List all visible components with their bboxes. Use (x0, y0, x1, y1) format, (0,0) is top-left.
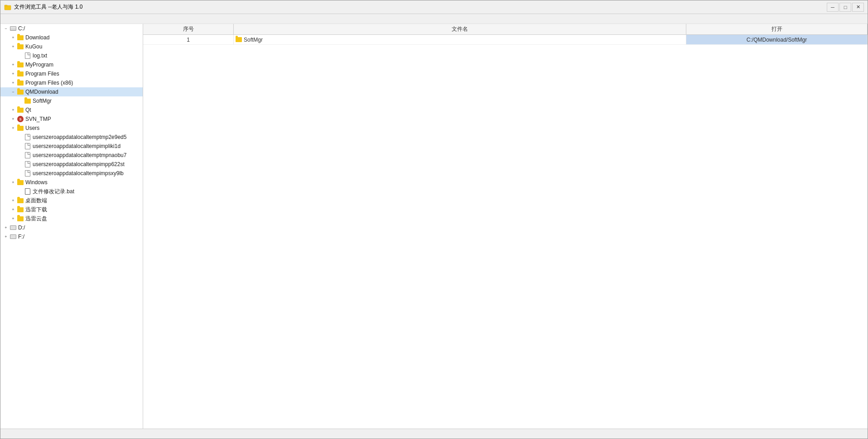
tree-item-desktop[interactable]: + 桌面数端 (0, 196, 143, 205)
label-xunlei-cloud: 迅雷云盘 (25, 215, 47, 223)
file-user4-icon (24, 161, 31, 167)
toggle-programfiles[interactable]: + (10, 70, 17, 77)
tree-item-userfile5[interactable]: userszeroappdatalocaltempimpsxy9lb (0, 169, 143, 178)
label-programfilesx86: Program Files (x86) (25, 80, 73, 86)
tree-item-download[interactable]: + Download (0, 33, 143, 42)
toggle-xunlei-cloud[interactable]: + (10, 215, 17, 222)
tree-item-softmgr[interactable]: SoftMgr (0, 96, 143, 105)
toggle-userfile1 (17, 134, 24, 141)
label-d-drive: D:/ (18, 224, 25, 231)
tree-item-xunlei-down[interactable]: + 迅雷下载 (0, 205, 143, 214)
header-open: 打开 (686, 24, 868, 34)
label-qmdownload: QMDownload (25, 89, 58, 95)
tree-item-qt[interactable]: + Qt (0, 105, 143, 115)
toggle-myprogram[interactable]: + (10, 61, 17, 68)
app-icon (4, 4, 11, 11)
label-userfile4: userszeroappdatalocaltempimpp622st (33, 161, 125, 167)
toggle-d-drive[interactable]: + (2, 224, 10, 231)
svn-icon: S (17, 116, 24, 122)
tree-item-batfile[interactable]: 文件修改记录.bat (0, 187, 143, 196)
label-kugou: KuGou (25, 43, 42, 50)
tree-item-f-drive[interactable]: + F:/ (0, 232, 143, 241)
header-name: 文件名 (234, 24, 686, 34)
tree-item-users[interactable]: + Users (0, 124, 143, 133)
label-programfiles: Program Files (25, 71, 59, 77)
label-svntmp: SVN_TMP (25, 116, 51, 122)
label-userfile2: userszeroappdatalocaltempimpliki1d (33, 143, 121, 149)
drive-d-icon (10, 224, 17, 231)
main-window: 文件浏览工具 --老人与海 1.0 ─ □ ✕ − C:/ + (0, 0, 868, 439)
folder-xunlei-down-icon (17, 206, 24, 213)
folder-myprogram-icon (17, 62, 24, 68)
drive-c-icon (10, 25, 17, 32)
drive-f-icon (10, 234, 17, 240)
toggle-userfile5 (17, 170, 24, 177)
label-userfile5: userszeroappdatalocaltempimpsxy9lb (33, 170, 124, 177)
window-title: 文件浏览工具 --老人与海 1.0 (14, 3, 82, 11)
status-bar (0, 429, 868, 439)
tree-item-userfile4[interactable]: userszeroappdatalocaltempimpp622st (0, 160, 143, 169)
toggle-windows[interactable]: + (10, 179, 17, 186)
toggle-userfile4 (17, 161, 24, 168)
toggle-download[interactable]: + (10, 34, 17, 41)
title-bar: 文件浏览工具 --老人与海 1.0 ─ □ ✕ (0, 0, 868, 14)
toggle-desktop[interactable]: + (10, 197, 17, 204)
table-header: 序号 文件名 打开 (143, 24, 868, 35)
label-download: Download (25, 34, 49, 41)
cell-open-1[interactable]: C:/QMDownload/SoftMgr (686, 35, 868, 44)
folder-windows-icon (17, 179, 24, 186)
tree-item-svntmp[interactable]: + S SVN_TMP (0, 115, 143, 124)
label-qt: Qt (25, 107, 31, 113)
toggle-users[interactable]: + (10, 124, 17, 132)
tree-item-userfile1[interactable]: userszeroappdatalocaltemptmp2e9ed5 (0, 133, 143, 142)
toggle-userfile3 (17, 152, 24, 159)
toggle-f-drive[interactable]: + (2, 233, 10, 240)
tree-item-userfile3[interactable]: userszeroappdatalocaltemptmpnaobu7 (0, 151, 143, 160)
label-batfile: 文件修改记录.bat (33, 188, 74, 196)
label-desktop: 桌面数端 (25, 197, 47, 205)
toggle-logtxt (17, 52, 24, 59)
folder-download-icon (17, 34, 24, 41)
row-folder-icon (236, 37, 242, 42)
bat-file-icon (24, 188, 31, 195)
title-bar-left: 文件浏览工具 --老人与海 1.0 (4, 3, 82, 11)
tree-item-qmdownload[interactable]: − QMDownload (0, 87, 143, 96)
toggle-c-drive[interactable]: − (2, 25, 10, 32)
main-content: − C:/ + Download + (0, 24, 868, 429)
folder-qt-icon (17, 107, 24, 113)
table-body: 1 SoftMgr C:/QMDownload/SoftMgr (143, 35, 868, 429)
minimize-button[interactable]: ─ (827, 3, 839, 12)
tree-item-userfile2[interactable]: userszeroappdatalocaltempimpliki1d (0, 142, 143, 151)
file-user3-icon (24, 152, 31, 158)
label-logtxt: log.txt (33, 52, 47, 59)
toggle-programfilesx86[interactable]: + (10, 79, 17, 86)
tree-item-xunlei-cloud[interactable]: + 迅雷云盘 (0, 214, 143, 223)
tree-item-programfilesx86[interactable]: + Program Files (x86) (0, 78, 143, 87)
tree-item-d-drive[interactable]: + D:/ (0, 223, 143, 232)
tree-item-windows[interactable]: + Windows (0, 178, 143, 187)
toggle-xunlei-down[interactable]: + (10, 206, 17, 213)
toggle-svntmp[interactable]: + (10, 115, 17, 123)
tree-item-programfiles[interactable]: + Program Files (0, 69, 143, 78)
label-userfile1: userszeroappdatalocaltemptmp2e9ed5 (33, 134, 126, 140)
label-userfile3: userszeroappdatalocaltemptmpnaobu7 (33, 152, 126, 158)
file-user1-icon (24, 134, 31, 140)
label-myprogram: MyProgram (25, 62, 53, 68)
tree-item-c-drive[interactable]: − C:/ (0, 24, 143, 33)
toggle-kugou[interactable]: + (10, 43, 17, 50)
label-windows: Windows (25, 179, 48, 186)
close-button[interactable]: ✕ (852, 3, 864, 12)
toggle-qt[interactable]: + (10, 106, 17, 114)
tree-item-myprogram[interactable]: + MyProgram (0, 60, 143, 69)
toggle-qmdownload[interactable]: − (10, 88, 17, 95)
label-c-drive: C:/ (18, 25, 25, 32)
toggle-batfile (17, 188, 24, 195)
folder-xunlei-cloud-icon (17, 215, 24, 222)
folder-desktop-icon (17, 197, 24, 204)
table-row[interactable]: 1 SoftMgr C:/QMDownload/SoftMgr (143, 35, 868, 45)
maximize-button[interactable]: □ (839, 3, 851, 12)
tree-item-logtxt[interactable]: log.txt (0, 51, 143, 60)
tree-item-kugou[interactable]: + KuGou (0, 42, 143, 51)
file-user5-icon (24, 170, 31, 177)
folder-kugou-icon (17, 43, 24, 50)
